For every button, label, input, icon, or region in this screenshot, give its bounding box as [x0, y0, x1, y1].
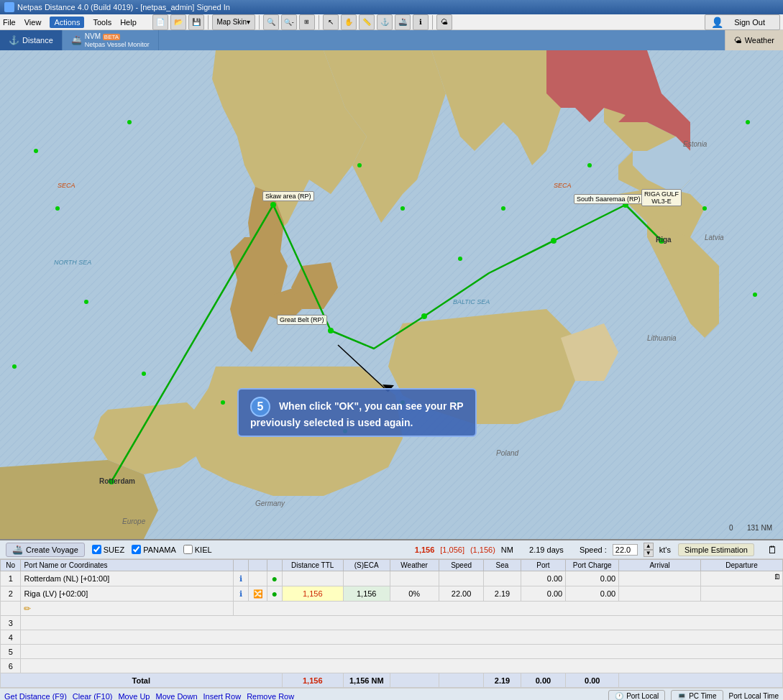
port-local-button[interactable]: 🕐 Port Local: [608, 690, 665, 700]
row2-sea: 2.19: [484, 586, 521, 602]
table-row: 6: [1, 659, 783, 673]
row1-no: 1: [1, 571, 21, 586]
move-up-link[interactable]: Move Up: [118, 692, 150, 701]
create-voyage-button[interactable]: 🚢 Create Voyage: [6, 543, 85, 557]
weather-label: Weather: [745, 36, 774, 45]
svg-point-44: [357, 163, 362, 167]
speed-input[interactable]: [613, 544, 638, 556]
tb-select-btn[interactable]: ↖: [323, 14, 339, 30]
simple-est-label: Simple Estimation: [684, 545, 748, 554]
move-down-link[interactable]: Move Down: [155, 692, 197, 701]
svg-point-23: [328, 328, 334, 333]
tb-open-btn[interactable]: 📂: [170, 14, 186, 30]
svg-point-41: [702, 206, 707, 211]
row2-distance: 1,156: [282, 586, 343, 602]
nvm-tab-label: NVM BETA: [85, 32, 150, 41]
col-sea: Sea: [484, 560, 521, 571]
table-row-edit: ✏: [1, 602, 783, 616]
pencil-icon[interactable]: ✏: [24, 604, 31, 614]
tb-zoom-out-btn[interactable]: 🔍-: [281, 14, 297, 30]
callout-text: When click "OK", you can see your RPprev…: [250, 400, 464, 428]
menubar: File View Actions Tools Help 📄 📂 💾 Map S…: [0, 14, 783, 30]
remove-row-link[interactable]: Remove Row: [247, 692, 294, 701]
row5-empty: [21, 645, 783, 659]
row1-speed: [439, 571, 484, 586]
menu-file[interactable]: File: [3, 18, 16, 27]
table-row: 3: [1, 616, 783, 630]
col-speed: Speed: [439, 560, 484, 571]
row6-empty: [21, 659, 783, 673]
row2-lock-btn[interactable]: 🔀: [248, 586, 267, 602]
insert-row-link[interactable]: Insert Row: [203, 692, 242, 701]
tb-weather2-btn[interactable]: 🌤: [436, 14, 452, 30]
nvm-tab-icon: 🚢: [71, 35, 82, 45]
row1-departure-icon[interactable]: 🗓: [774, 573, 781, 581]
tb-sep1: [208, 15, 209, 29]
tb-mapskin-btn[interactable]: Map Skin▾: [212, 14, 255, 30]
row1-arrival: [619, 571, 701, 586]
row-edit-no: [1, 602, 21, 616]
svg-point-29: [127, 120, 132, 124]
clear-link[interactable]: Clear (F10): [73, 692, 113, 701]
suez-checkbox[interactable]: [92, 545, 101, 554]
kiel-checkbox[interactable]: [183, 545, 193, 554]
svg-point-24: [421, 313, 427, 319]
table-config-icon[interactable]: 🗒: [767, 544, 777, 556]
svg-point-43: [753, 293, 757, 297]
col-port: Port: [521, 560, 566, 571]
menu-view[interactable]: View: [24, 18, 42, 27]
col-departure: Departure: [701, 560, 783, 571]
tb-ship-btn[interactable]: 🚢: [395, 14, 411, 30]
row1-lock-btn[interactable]: [248, 571, 267, 586]
total-port-charge: 0.00: [566, 673, 619, 688]
table-row: 5: [1, 645, 783, 659]
col-no: No: [1, 560, 21, 571]
tb-zoom-in-btn[interactable]: 🔍: [263, 14, 279, 30]
ship-icon: 🚢: [12, 545, 23, 555]
svg-point-32: [12, 364, 17, 369]
row2-port-cost: 0.00: [521, 586, 566, 602]
tb-pan-btn[interactable]: ✋: [341, 14, 357, 30]
panama-checkbox[interactable]: [132, 545, 141, 554]
row2-info-btn[interactable]: ℹ: [234, 586, 248, 602]
sign-out-button[interactable]: 👤 Sign Out: [705, 14, 780, 30]
row1-info-btn[interactable]: ℹ: [234, 571, 248, 586]
tb-new-btn[interactable]: 📄: [152, 14, 168, 30]
menu-help[interactable]: Help: [120, 18, 137, 27]
tb-measure-btn[interactable]: 📏: [359, 14, 375, 30]
menu-actions[interactable]: Actions: [50, 17, 84, 28]
simple-estimation-button[interactable]: Simple Estimation: [678, 543, 754, 556]
table-row: 4: [1, 630, 783, 645]
voyage-bar: 🚢 Create Voyage SUEZ PANAMA KIEL 1,156 […: [0, 540, 783, 559]
row2-speed: 22.00: [439, 586, 484, 602]
tab-nvm[interactable]: 🚢 NVM BETA Netpas Vessel Monitor: [63, 30, 159, 50]
pc-time-icon: 💻: [677, 692, 686, 700]
tb-fit-btn[interactable]: ⊞: [299, 14, 315, 30]
kiel-checkbox-item: KIEL: [183, 545, 212, 554]
distance-bracket: [1,056]: [440, 545, 464, 554]
speed-up-btn[interactable]: ▲: [644, 543, 654, 550]
tb-sep3: [319, 15, 319, 29]
suez-checkbox-item: SUEZ: [92, 545, 124, 554]
tab-distance[interactable]: ⚓ Distance: [0, 30, 63, 50]
get-distance-link[interactable]: Get Distance (F9): [4, 692, 67, 701]
row1-weather: [390, 571, 439, 586]
map-container[interactable]: Estonia Latvia Lithuania Poland Germany …: [0, 50, 783, 539]
menu-tools[interactable]: Tools: [93, 18, 111, 27]
tb-info-btn[interactable]: ℹ: [413, 14, 429, 30]
kiel-label: KIEL: [195, 545, 212, 554]
speed-unit: kt's: [659, 545, 671, 554]
svg-point-28: [34, 149, 38, 153]
svg-point-21: [109, 479, 114, 484]
panama-label: PANAMA: [143, 545, 176, 554]
tb-anchor-btn[interactable]: ⚓: [377, 14, 393, 30]
tb-save-btn[interactable]: 💾: [188, 14, 204, 30]
speed-down-btn[interactable]: ▼: [644, 550, 654, 557]
weather-button[interactable]: 🌤 Weather: [725, 30, 783, 50]
bottom-panel: 🚢 Create Voyage SUEZ PANAMA KIEL 1,156 […: [0, 539, 783, 700]
distance-paren: (1,156): [470, 545, 495, 554]
svg-point-33: [142, 372, 146, 376]
svg-point-40: [587, 163, 592, 167]
row2-port-charge: 0.00: [566, 586, 619, 602]
pc-time-button[interactable]: 💻 PC Time: [671, 690, 723, 700]
